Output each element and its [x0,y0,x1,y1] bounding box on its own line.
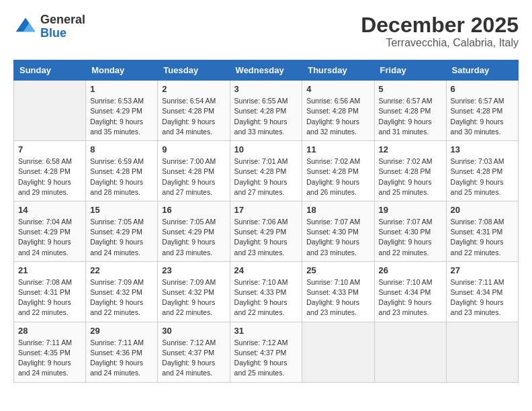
day-info: Sunrise: 7:07 AM Sunset: 4:30 PM Dayligh… [306,217,369,258]
day-info: Sunrise: 7:08 AM Sunset: 4:31 PM Dayligh… [18,277,81,318]
day-number: 22 [90,265,153,275]
day-number: 26 [379,265,442,275]
calendar-cell: 25Sunrise: 7:10 AM Sunset: 4:33 PM Dayli… [302,261,374,322]
weekday-header-thursday: Thursday [302,60,374,81]
weekday-header-wednesday: Wednesday [230,60,302,81]
calendar-cell: 7Sunrise: 6:58 AM Sunset: 4:28 PM Daylig… [14,141,86,201]
calendar-cell: 29Sunrise: 7:11 AM Sunset: 4:36 PM Dayli… [86,322,158,382]
day-number: 30 [162,326,225,336]
week-row-2: 7Sunrise: 6:58 AM Sunset: 4:28 PM Daylig… [14,141,519,201]
week-row-1: 1Sunrise: 6:53 AM Sunset: 4:29 PM Daylig… [14,81,519,141]
logo-text: General Blue [40,13,85,40]
logo-blue-text: Blue [40,26,66,40]
day-number: 2 [162,84,225,94]
week-row-3: 14Sunrise: 7:04 AM Sunset: 4:29 PM Dayli… [14,201,519,261]
day-number: 27 [451,265,514,275]
weekday-header-monday: Monday [86,60,158,81]
day-info: Sunrise: 7:03 AM Sunset: 4:28 PM Dayligh… [451,156,514,197]
day-number: 7 [18,144,81,154]
day-number: 25 [306,265,369,275]
calendar-cell: 13Sunrise: 7:03 AM Sunset: 4:28 PM Dayli… [446,141,518,201]
calendar-cell: 15Sunrise: 7:05 AM Sunset: 4:29 PM Dayli… [86,201,158,261]
day-number: 29 [90,326,153,336]
day-info: Sunrise: 7:09 AM Sunset: 4:32 PM Dayligh… [90,277,153,318]
day-number: 9 [162,144,225,154]
weekday-header-friday: Friday [374,60,446,81]
day-number: 21 [18,265,81,275]
day-info: Sunrise: 7:00 AM Sunset: 4:28 PM Dayligh… [162,156,225,197]
calendar-table: SundayMondayTuesdayWednesdayThursdayFrid… [13,60,519,382]
day-number: 8 [90,144,153,154]
day-info: Sunrise: 6:56 AM Sunset: 4:28 PM Dayligh… [306,96,369,137]
calendar-cell: 5Sunrise: 6:57 AM Sunset: 4:28 PM Daylig… [374,81,446,141]
calendar-cell: 30Sunrise: 7:12 AM Sunset: 4:37 PM Dayli… [158,322,230,382]
calendar-cell: 3Sunrise: 6:55 AM Sunset: 4:28 PM Daylig… [230,81,302,141]
day-info: Sunrise: 7:11 AM Sunset: 4:36 PM Dayligh… [90,338,153,379]
day-info: Sunrise: 7:07 AM Sunset: 4:30 PM Dayligh… [379,217,442,258]
day-number: 13 [451,144,514,154]
calendar-cell: 19Sunrise: 7:07 AM Sunset: 4:30 PM Dayli… [374,201,446,261]
page-header: General Blue December 2025 Terravecchia,… [13,13,519,49]
day-number: 11 [306,144,369,154]
day-number: 14 [18,205,81,215]
calendar-cell: 18Sunrise: 7:07 AM Sunset: 4:30 PM Dayli… [302,201,374,261]
day-info: Sunrise: 7:10 AM Sunset: 4:33 PM Dayligh… [234,277,298,318]
logo-icon [13,15,38,39]
calendar-cell: 12Sunrise: 7:02 AM Sunset: 4:28 PM Dayli… [374,141,446,201]
calendar-cell: 23Sunrise: 7:09 AM Sunset: 4:32 PM Dayli… [158,261,230,322]
calendar-cell: 17Sunrise: 7:06 AM Sunset: 4:29 PM Dayli… [230,201,302,261]
calendar-cell: 1Sunrise: 6:53 AM Sunset: 4:29 PM Daylig… [86,81,158,141]
day-number: 10 [234,144,298,154]
day-info: Sunrise: 7:02 AM Sunset: 4:28 PM Dayligh… [306,156,369,197]
day-info: Sunrise: 7:12 AM Sunset: 4:37 PM Dayligh… [162,338,225,379]
day-number: 1 [90,84,153,94]
day-info: Sunrise: 6:55 AM Sunset: 4:28 PM Dayligh… [234,96,298,137]
calendar-cell: 21Sunrise: 7:08 AM Sunset: 4:31 PM Dayli… [14,261,86,322]
calendar-cell: 22Sunrise: 7:09 AM Sunset: 4:32 PM Dayli… [86,261,158,322]
day-number: 16 [162,205,225,215]
day-number: 20 [451,205,514,215]
calendar-cell: 4Sunrise: 6:56 AM Sunset: 4:28 PM Daylig… [302,81,374,141]
day-info: Sunrise: 7:01 AM Sunset: 4:28 PM Dayligh… [234,156,298,197]
day-number: 28 [18,326,81,336]
day-number: 17 [234,205,298,215]
day-number: 19 [379,205,442,215]
title-area: December 2025 Terravecchia, Calabria, It… [361,13,519,49]
day-info: Sunrise: 6:57 AM Sunset: 4:28 PM Dayligh… [451,96,514,137]
day-info: Sunrise: 7:05 AM Sunset: 4:29 PM Dayligh… [90,217,153,258]
day-info: Sunrise: 6:59 AM Sunset: 4:28 PM Dayligh… [90,156,153,197]
location-title: Terravecchia, Calabria, Italy [361,37,519,49]
day-info: Sunrise: 6:57 AM Sunset: 4:28 PM Dayligh… [379,96,442,137]
day-info: Sunrise: 6:54 AM Sunset: 4:28 PM Dayligh… [162,96,225,137]
day-info: Sunrise: 7:11 AM Sunset: 4:34 PM Dayligh… [451,277,514,318]
day-info: Sunrise: 7:11 AM Sunset: 4:35 PM Dayligh… [18,338,81,379]
day-number: 18 [306,205,369,215]
day-number: 23 [162,265,225,275]
month-title: December 2025 [361,13,519,37]
day-info: Sunrise: 7:12 AM Sunset: 4:37 PM Dayligh… [234,338,298,379]
calendar-cell: 28Sunrise: 7:11 AM Sunset: 4:35 PM Dayli… [14,322,86,382]
calendar-cell [446,322,518,382]
week-row-4: 21Sunrise: 7:08 AM Sunset: 4:31 PM Dayli… [14,261,519,322]
day-info: Sunrise: 7:02 AM Sunset: 4:28 PM Dayligh… [379,156,442,197]
day-info: Sunrise: 7:09 AM Sunset: 4:32 PM Dayligh… [162,277,225,318]
calendar-cell: 20Sunrise: 7:08 AM Sunset: 4:31 PM Dayli… [446,201,518,261]
calendar-cell: 31Sunrise: 7:12 AM Sunset: 4:37 PM Dayli… [230,322,302,382]
calendar-cell: 26Sunrise: 7:10 AM Sunset: 4:34 PM Dayli… [374,261,446,322]
day-number: 31 [234,326,298,336]
weekday-header-tuesday: Tuesday [158,60,230,81]
calendar-cell [302,322,374,382]
calendar-cell: 16Sunrise: 7:05 AM Sunset: 4:29 PM Dayli… [158,201,230,261]
day-number: 6 [451,84,514,94]
calendar-cell: 10Sunrise: 7:01 AM Sunset: 4:28 PM Dayli… [230,141,302,201]
weekday-header-sunday: Sunday [14,60,86,81]
day-info: Sunrise: 7:06 AM Sunset: 4:29 PM Dayligh… [234,217,298,258]
weekday-header-row: SundayMondayTuesdayWednesdayThursdayFrid… [14,60,519,81]
day-number: 24 [234,265,298,275]
day-number: 12 [379,144,442,154]
calendar-cell [14,81,86,141]
day-number: 15 [90,205,153,215]
calendar-cell: 6Sunrise: 6:57 AM Sunset: 4:28 PM Daylig… [446,81,518,141]
day-info: Sunrise: 7:05 AM Sunset: 4:29 PM Dayligh… [162,217,225,258]
day-info: Sunrise: 7:08 AM Sunset: 4:31 PM Dayligh… [451,217,514,258]
